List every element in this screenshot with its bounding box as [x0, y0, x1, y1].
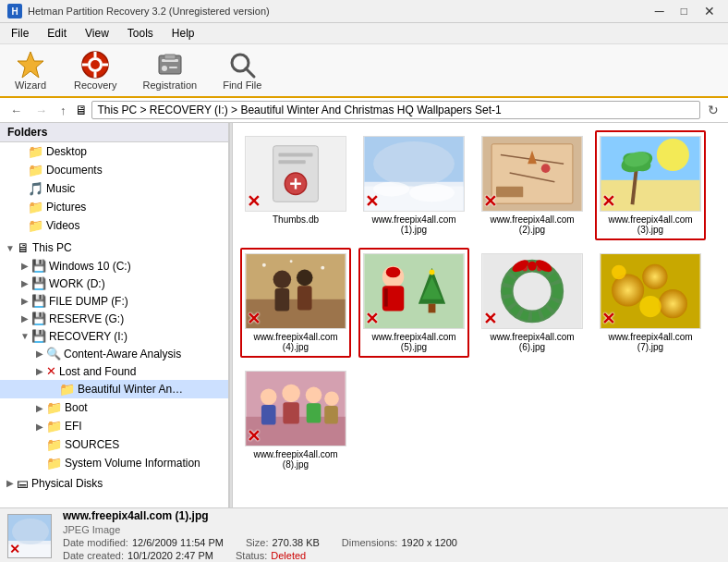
tree-item-label: Pictures	[46, 201, 86, 214]
main-area: Folders 📁 Desktop 📁 Documents 🎵 Music 📁 …	[0, 123, 728, 507]
tree-item-label: EFI	[65, 420, 82, 433]
status-date-created: Date created: 10/1/2020 2:47 PM	[63, 550, 213, 561]
svg-point-50	[262, 263, 266, 267]
svg-rect-36	[496, 187, 523, 198]
tree-item-sources[interactable]: 📁 SOURCES	[0, 435, 228, 454]
up-button[interactable]: ↑	[55, 102, 71, 119]
tree-item-music[interactable]: 🎵 Music	[0, 179, 228, 198]
tree-item-desktop[interactable]: 📁 Desktop	[0, 142, 228, 161]
svg-rect-38	[601, 180, 699, 211]
app-icon: H	[7, 4, 22, 18]
tree-item-documents[interactable]: 📁 Documents	[0, 161, 228, 179]
tree-item-label: This PC	[32, 241, 72, 254]
tree-item-label: System Volume Information	[65, 457, 200, 470]
svg-rect-13	[169, 67, 177, 68]
thumbnail-img1: ✕	[363, 136, 465, 212]
tree-item-label: Beautiful Winter And Christmas	[78, 383, 188, 396]
tree-item-efi[interactable]: ▶ 📁 EFI	[0, 417, 228, 435]
refresh-button[interactable]: ↻	[704, 102, 722, 118]
status-filename: www.freepix4all.com (1).jpg	[63, 509, 721, 522]
file-item-img5[interactable]: ✕ www.freepix4all.com (5).jpg	[358, 248, 469, 358]
forward-button[interactable]: →	[30, 102, 52, 119]
tree-item-content-aware[interactable]: ▶ 🔍 Content-Aware Analysis	[0, 345, 228, 362]
tree-item-beautiful-winter[interactable]: 📁 Beautiful Winter And Christmas	[0, 380, 228, 398]
drive-icon: 💾	[31, 276, 46, 290]
deleted-indicator: ✕	[483, 311, 497, 327]
svg-point-83	[306, 387, 322, 404]
svg-point-52	[321, 266, 324, 270]
svg-point-70	[528, 262, 537, 271]
maximize-btn[interactable]: □	[675, 5, 693, 18]
menu-view[interactable]: View	[81, 25, 113, 42]
thumbnail-img5: ✕	[363, 253, 465, 329]
file-item-thumbsdb[interactable]: ✕ Thumbs.db	[240, 130, 351, 240]
address-path[interactable]: This PC > RECOVERY (I:) > Beautiful Wint…	[91, 101, 701, 119]
folders-label: Folders	[7, 126, 47, 139]
svg-point-57	[430, 270, 435, 275]
deleted-indicator: ✕	[601, 311, 615, 327]
tree-item-physical-disks[interactable]: ▶ 🖴 Physical Disks	[0, 474, 228, 492]
tree-item-win10[interactable]: ▶ 💾 Windows 10 (C:)	[0, 257, 228, 275]
folder-icon: 📁	[28, 144, 43, 159]
svg-point-51	[290, 260, 293, 263]
tree-item-filedump[interactable]: ▶ 💾 FILE DUMP (F:)	[0, 292, 228, 310]
tree-item-work[interactable]: ▶ 💾 WORK (D:)	[0, 275, 228, 292]
svg-point-79	[261, 389, 277, 406]
registration-button[interactable]: Registration	[137, 48, 202, 92]
file-item-img8[interactable]: ✕ www.freepix4all.com (8).jpg	[240, 365, 351, 475]
svg-rect-61	[384, 288, 388, 307]
wizard-button[interactable]: Wizard	[7, 48, 54, 92]
minimize-btn[interactable]: ─	[649, 4, 670, 18]
file-item-img7[interactable]: ✕ www.freepix4all.com (7).jpg	[595, 248, 706, 358]
file-item-img4[interactable]: ✕ www.freepix4all.com (4).jpg	[240, 248, 351, 358]
wizard-label: Wizard	[15, 79, 46, 91]
tree-item-pictures[interactable]: 📁 Pictures	[0, 198, 228, 216]
tree-item-sysvolinfo[interactable]: 📁 System Volume Information	[0, 454, 228, 472]
tree-item-label: RESERVE (G:)	[49, 312, 124, 325]
expand-arrow	[15, 147, 28, 157]
tree-item-reserve[interactable]: ▶ 💾 RESERVE (G:)	[0, 310, 228, 327]
expand-arrow: ▼	[4, 243, 17, 253]
menu-tools[interactable]: Tools	[124, 25, 157, 42]
file-item-img3[interactable]: ✕ www.freepix4all.com (3).jpg	[595, 130, 706, 240]
addressbar: ← → ↑ 🖥 This PC > RECOVERY (I:) > Beauti…	[0, 98, 728, 123]
file-item-img6[interactable]: ✕ www.freepix4all.com (6).jpg	[477, 248, 588, 358]
expand-arrow	[15, 165, 28, 176]
deleted-indicator: ✕	[483, 193, 497, 210]
svg-point-29	[409, 184, 455, 202]
deleted-indicator: ✕	[601, 193, 615, 210]
deleted-indicator: ✕	[247, 428, 261, 445]
tree-item-recovery[interactable]: ▼ 💾 RECOVERY (I:)	[0, 327, 228, 345]
tree-item-lost-found[interactable]: ▶ ✕ Lost and Found	[0, 362, 228, 380]
tree-item-boot[interactable]: ▶ 📁 Boot	[0, 398, 228, 417]
file-item-img1[interactable]: ✕ www.freepix4all.com (1).jpg	[358, 130, 469, 240]
svg-rect-56	[429, 304, 436, 313]
thumbnail-img3: ✕	[600, 136, 701, 212]
svg-point-81	[282, 385, 300, 403]
thumbnail-img6: ✕	[481, 253, 583, 329]
status-filetype: JPEG Image	[63, 524, 721, 535]
status-thumbnail: ✕	[7, 514, 52, 558]
recovery-button[interactable]: Recovery	[68, 48, 122, 92]
findfile-button[interactable]: Find File	[217, 48, 267, 92]
file-item-img2[interactable]: ✕ www.freepix4all.com (2).jpg	[477, 130, 588, 240]
menu-file[interactable]: File	[7, 25, 32, 42]
svg-point-46	[273, 271, 292, 289]
back-button[interactable]: ←	[6, 102, 27, 119]
tree-item-thispc[interactable]: ▼ 🖥 This PC	[0, 238, 228, 257]
status-info: www.freepix4all.com (1).jpg JPEG Image D…	[63, 509, 721, 563]
expand-arrow	[15, 184, 28, 194]
recovery-label: Recovery	[74, 79, 116, 91]
thumbnail-img2: ✕	[481, 136, 583, 212]
menu-edit[interactable]: Edit	[43, 25, 70, 42]
expand-arrow	[33, 440, 46, 450]
expand-arrow: ▶	[18, 261, 31, 271]
file-grid: ✕ Thumbs.db ✕ www.freepix	[240, 130, 721, 475]
close-btn[interactable]: ✕	[698, 4, 721, 18]
menu-help[interactable]: Help	[168, 25, 199, 42]
svg-point-75	[639, 296, 661, 317]
svg-rect-80	[261, 405, 276, 424]
tree-item-videos[interactable]: 📁 Videos	[0, 216, 228, 235]
svg-rect-49	[297, 286, 312, 310]
file-name-img6: www.freepix4all.com (6).jpg	[482, 332, 582, 352]
